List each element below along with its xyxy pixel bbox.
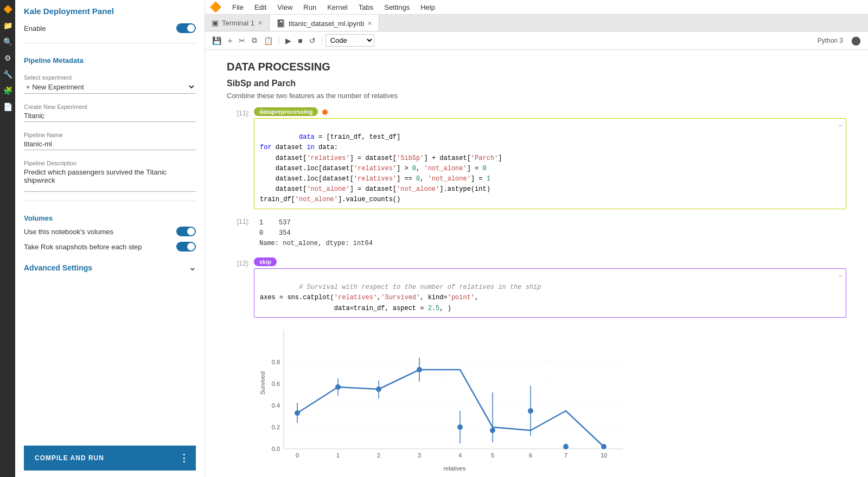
cell-12-wrapper: [12]: skip ✏# Survival with respect to t… (227, 257, 846, 318)
rail-icon-files[interactable]: 📄 (2, 101, 14, 113)
tag-datapreprocessing[interactable]: datapreprocessing (254, 107, 318, 116)
rail-icon-search[interactable]: 🔍 (2, 36, 14, 48)
svg-text:Survived: Survived (259, 371, 266, 395)
toolbar-circle-button[interactable]: ⬤ (848, 34, 864, 47)
select-experiment-dropdown-row[interactable]: + New Experiment (24, 82, 196, 94)
svg-point-22 (417, 367, 422, 372)
tag-skip[interactable]: skip (254, 257, 277, 266)
volumes-title: Volumes (24, 214, 196, 222)
toolbar-cut-button[interactable]: ✂ (236, 35, 248, 47)
cell-12-content: skip ✏# Survival with respect to the num… (254, 257, 846, 318)
toolbar-add-button[interactable]: + (225, 35, 235, 47)
tag-dot (322, 109, 328, 115)
toolbar-run-button[interactable]: ▶ (283, 35, 294, 47)
divider-1 (24, 43, 196, 43)
pipeline-desc-label: Pipeline Description (24, 160, 196, 166)
rail-icon-kale[interactable]: ⚙ (2, 52, 14, 64)
terminal-icon: ▣ (212, 18, 219, 27)
menu-tabs[interactable]: Tabs (356, 2, 375, 12)
volumes-toggle1-label: Use this notebook's volumes (24, 228, 113, 236)
cell-11-code[interactable]: ✏data = [train_df, test_df] for dataset … (254, 118, 846, 209)
cell-12-edit-icon[interactable]: ✏ (839, 271, 843, 281)
pipeline-desc-input[interactable]: Predict which passengers survived the Ti… (24, 168, 196, 192)
svg-point-19 (376, 386, 381, 392)
menu-view[interactable]: View (275, 2, 295, 12)
chart-container: 0.0 0.2 0.4 0.6 0.8 (254, 324, 846, 476)
toolbar-save-button[interactable]: 💾 (209, 35, 224, 47)
rail-icon-puzzle[interactable]: 🧩 (2, 85, 14, 96)
cell-11-output: 1 537 0 354 Name: not_alone, dtype: int6… (254, 216, 846, 252)
volumes-toggle2-row: Take Rok snapshots before each step (24, 242, 196, 252)
section-title: DATA PROCESSING (227, 61, 846, 73)
cell-12-number: [12]: (227, 257, 254, 267)
compile-btn-area: COMPILE AND RUN ⋮ (24, 435, 196, 470)
menu-kernel[interactable]: Kernel (325, 2, 350, 12)
svg-text:relatives: relatives (444, 465, 466, 472)
menu-edit[interactable]: Edit (252, 2, 269, 12)
pipeline-name-label: Pipeline Name (24, 132, 196, 138)
volumes-toggle2[interactable] (176, 242, 196, 252)
svg-text:10: 10 (601, 452, 607, 459)
svg-point-36 (601, 444, 607, 449)
select-experiment-select[interactable]: + New Experiment (24, 82, 196, 92)
compile-btn-label: COMPILE AND RUN (35, 454, 104, 462)
svg-text:2: 2 (377, 452, 380, 459)
toolbar-copy-button[interactable]: ⧉ (249, 34, 260, 47)
jupyter-logo: 🔶 (209, 1, 221, 13)
create-experiment-input[interactable] (24, 112, 196, 122)
icon-rail: 🔶 📁 🔍 ⚙ 🔧 🧩 📄 (0, 0, 15, 477)
toolbar-cell-type-select[interactable]: Code Markdown (326, 34, 374, 47)
rail-icon-logo[interactable]: 🔶 (2, 3, 14, 15)
svg-text:4: 4 (458, 452, 462, 459)
toolbar-separator-2 (322, 36, 322, 46)
pipeline-name-input[interactable] (24, 140, 196, 150)
tab-terminal1[interactable]: ▣ Terminal 1 ✕ (205, 15, 270, 30)
cell-11-output-wrapper: [11]: 1 537 0 354 Name: not_alone, dtype… (227, 216, 846, 252)
menu-help[interactable]: Help (418, 2, 437, 12)
toolbar-paste-button[interactable]: 📋 (261, 35, 276, 47)
compile-run-button[interactable]: COMPILE AND RUN ⋮ (24, 446, 196, 470)
menu-run[interactable]: Run (301, 2, 318, 12)
svg-text:6: 6 (529, 452, 532, 459)
notebook-icon: 📓 (276, 19, 285, 28)
toolbar-stop-button[interactable]: ■ (295, 35, 305, 47)
subsection-title: SibSp and Parch (227, 79, 846, 88)
cell-11-output-content: 1 537 0 354 Name: not_alone, dtype: int6… (254, 216, 846, 252)
svg-text:5: 5 (491, 452, 494, 459)
survival-chart: 0.0 0.2 0.4 0.6 0.8 (254, 324, 634, 476)
tab-notebook-close-icon[interactable]: ✕ (367, 20, 372, 27)
svg-point-31 (528, 408, 533, 414)
compile-btn-dots-icon: ⋮ (179, 452, 189, 464)
menu-settings[interactable]: Settings (382, 2, 412, 12)
volumes-toggle1[interactable] (176, 227, 196, 236)
kale-title: Kale Deployment Panel (24, 7, 196, 16)
enable-toggle-row: Enable (24, 23, 196, 33)
svg-point-28 (490, 428, 495, 433)
svg-text:0.8: 0.8 (272, 359, 280, 365)
svg-point-25 (457, 424, 463, 430)
rail-icon-tools[interactable]: 🔧 (2, 68, 14, 80)
toolbar-restart-button[interactable]: ↺ (307, 35, 318, 47)
tab-terminal1-close-icon[interactable]: ✕ (258, 20, 263, 27)
cell-11-wrapper: [11]: datapreprocessing ✏data = [train_d… (227, 107, 846, 209)
cell-12-code[interactable]: ✏# Survival with respect to the number o… (254, 268, 846, 318)
svg-text:0.4: 0.4 (272, 402, 280, 409)
svg-text:1: 1 (336, 452, 340, 459)
enable-toggle[interactable] (176, 23, 196, 33)
tab-notebook-label: titanic_dataset_ml.ipynb (289, 20, 364, 28)
subsection-desc: Combine these two features as the number… (227, 92, 846, 100)
main-area: 🔶 File Edit View Run Kernel Tabs Setting… (205, 0, 868, 477)
tab-terminal1-label: Terminal 1 (222, 19, 254, 27)
tab-bar: ▣ Terminal 1 ✕ 📓 titanic_dataset_ml.ipyn… (205, 15, 868, 31)
menu-file[interactable]: File (230, 2, 246, 12)
cell-11-edit-icon[interactable]: ✏ (839, 121, 843, 131)
tab-notebook[interactable]: 📓 titanic_dataset_ml.ipynb ✕ (270, 15, 379, 31)
enable-label: Enable (24, 24, 46, 33)
rail-icon-folder[interactable]: 📁 (2, 20, 14, 31)
svg-text:3: 3 (418, 452, 421, 459)
svg-point-16 (335, 384, 341, 390)
svg-point-13 (295, 410, 300, 416)
python-label: Python 3 (818, 37, 847, 44)
advanced-settings-label: Advanced Settings (24, 263, 92, 272)
advanced-settings-row[interactable]: Advanced Settings ⌄ (24, 262, 196, 273)
